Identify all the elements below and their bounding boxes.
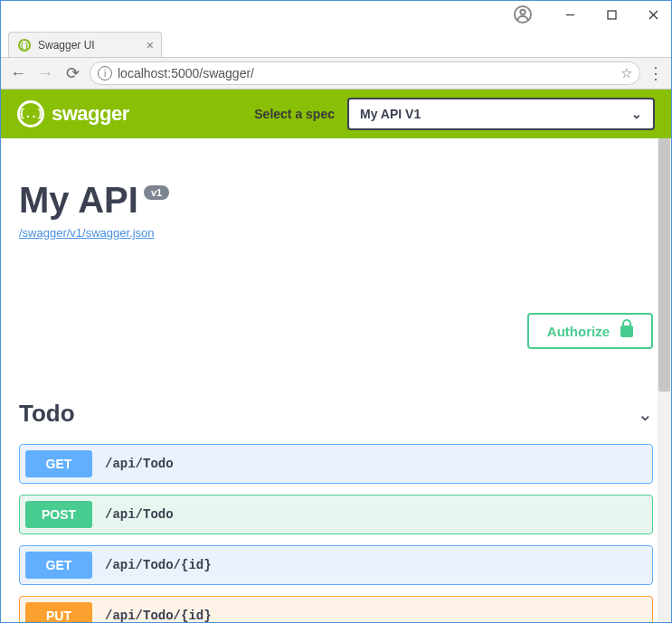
api-title-text: My API: [19, 180, 138, 221]
browser-menu-button[interactable]: ⋮: [648, 63, 664, 83]
address-bar[interactable]: i localhost:5000/swagger/ ☆: [90, 61, 640, 85]
authorize-label: Authorize: [547, 324, 610, 339]
api-version-badge: v1: [144, 185, 169, 200]
operation-row[interactable]: POST/api/Todo: [19, 495, 653, 534]
operation-row[interactable]: GET/api/Todo/{id}: [19, 545, 653, 585]
api-info: My API v1 /swagger/v1/swagger.json: [19, 138, 653, 241]
browser-tab[interactable]: { } Swagger UI ×: [8, 32, 162, 57]
scrollbar-thumb[interactable]: [658, 138, 670, 392]
http-method-badge: GET: [25, 552, 92, 579]
svg-rect-2: [608, 11, 616, 19]
operation-row[interactable]: GET/api/Todo: [19, 444, 653, 484]
window-close-button[interactable]: [640, 5, 666, 24]
http-method-badge: POST: [25, 501, 92, 528]
chevron-down-icon: ⌄: [638, 403, 653, 425]
unlock-icon: [620, 326, 633, 337]
swagger-favicon-icon: { }: [18, 39, 31, 52]
tag-name: Todo: [19, 400, 75, 428]
nav-forward-button[interactable]: →: [35, 64, 55, 83]
swagger-logo-icon: {..}: [17, 100, 44, 127]
operation-path: /api/Todo: [105, 507, 174, 522]
url-text: localhost:5000/swagger/: [118, 66, 254, 80]
tag-section-header[interactable]: Todo ⌄: [19, 400, 653, 433]
window-titlebar: [1, 1, 671, 28]
http-method-badge: PUT: [25, 602, 92, 622]
bookmark-star-icon[interactable]: ☆: [620, 65, 632, 81]
spec-select-value: My API V1: [360, 107, 421, 121]
window-minimize-button[interactable]: [557, 5, 582, 24]
browser-toolbar: ← → ⟳ i localhost:5000/swagger/ ☆ ⋮: [1, 57, 671, 90]
authorize-button[interactable]: Authorize: [527, 313, 653, 349]
swagger-content: My API v1 /swagger/v1/swagger.json Autho…: [1, 138, 671, 622]
svg-point-0: [520, 10, 525, 14]
swagger-topbar: {..} swagger Select a spec My API V1 ⌄: [1, 90, 671, 138]
select-spec-label: Select a spec: [254, 107, 335, 121]
tab-title: Swagger UI: [38, 39, 95, 52]
browser-tabstrip: { } Swagger UI ×: [1, 28, 671, 57]
swagger-brand-text: swagger: [52, 102, 129, 126]
nav-back-button[interactable]: ←: [8, 64, 28, 83]
spec-select[interactable]: My API V1 ⌄: [347, 98, 655, 130]
operation-path: /api/Todo/{id}: [105, 558, 212, 572]
operation-row[interactable]: PUT/api/Todo/{id}: [19, 596, 653, 622]
site-info-icon[interactable]: i: [98, 66, 112, 80]
operation-path: /api/Todo: [105, 457, 174, 471]
tab-close-icon[interactable]: ×: [147, 38, 154, 52]
http-method-badge: GET: [25, 450, 92, 477]
api-spec-link[interactable]: /swagger/v1/swagger.json: [19, 226, 155, 240]
operations-list: GET/api/TodoPOST/api/TodoGET/api/Todo/{i…: [19, 444, 653, 622]
chevron-down-icon: ⌄: [631, 107, 642, 121]
window-maximize-button[interactable]: [599, 5, 624, 24]
authorize-row: Authorize: [19, 313, 653, 349]
user-account-icon[interactable]: [514, 5, 532, 24]
nav-reload-button[interactable]: ⟳: [62, 63, 82, 83]
api-title: My API v1: [19, 180, 653, 221]
swagger-logo: {..} swagger: [17, 100, 129, 127]
operation-path: /api/Todo/{id}: [105, 609, 212, 622]
